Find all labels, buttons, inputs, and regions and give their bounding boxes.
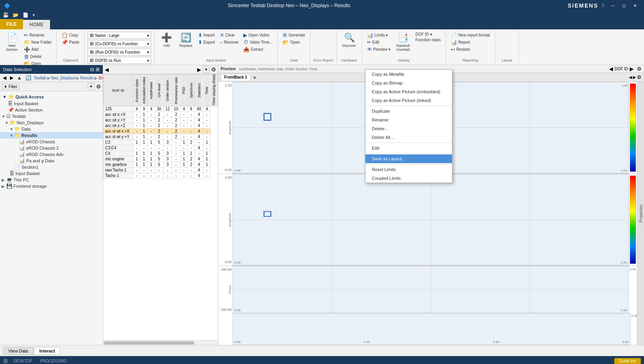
ctx-save-as-layout[interactable]: Save as Layout... [365,154,452,163]
expand-icon[interactable]: ⊞ [96,67,100,72]
views-dropdown-3[interactable]: ⊞ (Run-DOFID) vs Function ▾ [88,48,151,56]
generate-button[interactable]: ⚙Generate [281,32,307,39]
minimize-button[interactable]: ─ [607,2,618,10]
restore-button[interactable]: ◻ [619,2,629,10]
table-row[interactable]: C4 1 1 1 5 3 - 1 2 - 1 [104,151,218,156]
ctx-delete-all[interactable]: Delete All... [365,133,452,142]
nav-up[interactable]: ▲ [16,75,23,81]
tree-active-section[interactable]: 📌 Active Section [0,107,103,113]
chart-tab-add[interactable]: + [252,74,258,81]
tree-section1[interactable]: 📄 Section1 [0,164,103,170]
tree-erod-chassis[interactable]: 📊 eROD Chassis [0,139,103,145]
views-dropdown-2[interactable]: ⊞ (Cx-DOFID) vs Function ▾ [88,40,151,47]
video-time-button[interactable]: ⏱Video Time... [242,39,274,46]
stacked-overlaid-button[interactable]: 📑 Stacked/Overlaid [394,32,412,52]
import-button[interactable]: ⬇Import [196,32,217,39]
data-grid[interactable]: DOF ID Function class Articulation index… [103,74,218,340]
new-report-button[interactable]: 📄New report format [449,32,492,39]
add-button[interactable]: ➕Add [22,46,53,53]
ctx-copy-bitmap[interactable]: Copy as Bitmap [365,79,452,87]
tab-interact[interactable]: Interact [34,347,60,355]
ctx-edit[interactable]: Edit [365,144,452,152]
export-button[interactable]: ⬆Export [196,39,217,46]
ctx-duplicate[interactable]: Duplicate [365,107,452,116]
table-row[interactable]: acc sit x:+X - 1 - 2 - 2 - - 4 - [104,112,218,117]
open-video-button[interactable]: ▶Open Video [242,32,274,39]
dof-id-display-button[interactable]: DOF ID ▾ [414,32,442,37]
edit-display-button[interactable]: ✏Edit [365,39,392,46]
table-row[interactable]: acc sit y:+Y - 1 - 2 - 2 - - 4 - [104,117,218,123]
new-folder-button[interactable]: 📁New Folder [22,39,53,46]
tree-data[interactable]: ▼ 📁 Data [0,126,103,132]
ctx-copy-active-embedded[interactable]: Copy as Active Picture (embedded) [365,87,452,96]
bc-neo-displays[interactable]: Neo_Displays [51,76,76,80]
chart-bottom-row[interactable]: 0.00 1.00 1.00 0.00 [233,313,631,345]
tree-neo-displays[interactable]: ▼ 📁 Neo_Displays [0,119,103,126]
table-row[interactable]: acc st wl y:+Y - 1 - 2 - 2 - - 4 - [104,134,218,140]
tree-pa-g-data[interactable]: 📊 Pa and g Data [0,158,103,164]
table-row[interactable]: mic gearbox 1 1 1 5 3 - 1 2 4 1 [104,162,218,168]
extract-button[interactable]: 📤Extract [242,46,274,53]
rename-button[interactable]: ✏Rename [22,32,53,39]
open-data-button[interactable]: 📂Open [281,39,307,46]
chart-plot-phase[interactable]: 0.00 1.00 [233,266,629,313]
paste-button[interactable]: 📌Paste [60,39,81,46]
chart-nav-left[interactable]: ◀ [609,66,613,72]
bc-testlab[interactable]: Testlab [34,76,46,80]
table-row[interactable]: C3;C4 - - - - - - - - 4 - [104,145,218,151]
tree-frontend-storage[interactable]: ▶ 💾 Frontend storage [0,183,103,189]
replace-button[interactable]: 🔄 Replace [177,32,195,48]
limits-button[interactable]: 📊Limits ▾ [365,32,392,39]
copy-button[interactable]: 📋Copy [60,32,81,39]
tab-file[interactable]: FILE [0,19,23,29]
chart-nav-right[interactable]: ▶ [630,66,634,72]
ctx-coupled-limits[interactable]: Coupled Limits [365,174,452,183]
chart-tab-settings[interactable]: ⚙ [637,74,642,80]
help-icon[interactable]: ? [602,3,604,9]
open-quick-icon[interactable]: 📂 [12,12,20,18]
remove-button[interactable]: –Remove [218,39,240,46]
close-button[interactable]: ✕ [630,2,640,10]
table-row[interactable]: Tacho 1 - - - - - - - - 4 - [104,173,218,179]
tree-input-basket-main[interactable]: 🗄 Input Basket [0,170,103,177]
chart-plot-bottom[interactable]: 0.00 1.00 [233,174,629,266]
tree-results[interactable]: ▼ 📁 Results [0,132,103,139]
nav-forward[interactable]: ▶ [9,75,15,81]
table-row-highlighted[interactable]: acc st wl x:+X - 1 - 2 - 2 - - 4 - [104,129,218,134]
ctx-reset-limits[interactable]: Reset Limits [365,165,452,174]
new-quick-icon[interactable]: 📄 [21,12,30,18]
quick-access-expand[interactable]: ▼ [2,94,7,99]
ctx-copy-metafile[interactable]: Copy as Metafile [365,70,452,79]
tree-add-button[interactable]: + [88,83,94,90]
app-processing[interactable]: PROCESSING [38,358,69,364]
tree-erod-chassis-adv[interactable]: 📊 eROD Chassis Adv [0,151,103,158]
tree-erod-chassis-2[interactable]: 📊 eROD Chassis 2 [0,145,103,151]
collapse-icon[interactable]: ⊟ [90,67,94,72]
tab-home[interactable]: HOME [23,19,50,29]
filter-button[interactable]: ▼ Filter [2,84,19,90]
guide-me-button[interactable]: Guide me [614,358,641,364]
ctx-rename[interactable]: Rename [365,116,452,124]
preview-button[interactable]: 👁Preview ▾ [365,46,392,53]
more-quick-icon[interactable]: ▾ [31,12,36,18]
ctx-copy-active-linked[interactable]: Copy as Active Picture (linked) [365,96,452,105]
table-row[interactable]: 125 4 9 4 30 12 10 4 8 40 4 [104,106,218,112]
table-row[interactable]: mic engine 1 1 1 5 3 - 1 2 4 1 [104,156,218,162]
chart-nav-prev[interactable]: ◀ [629,75,632,79]
chart-nav-next[interactable]: ▶ [633,75,636,79]
clear-button[interactable]: ✕Clear [218,32,240,39]
tree-this-pc[interactable]: ▶ 💻 This PC [0,177,103,183]
restore-button[interactable]: ↩Restore [449,46,492,53]
table-row[interactable]: raw:Tacho 1 - - - - - - - - 4 - [104,168,218,173]
tree-input-basket[interactable]: 🗄 Input Basket [0,100,103,107]
nav-back[interactable]: ◀ [2,75,8,81]
new-section-button[interactable]: 📄 NewSection [3,32,21,52]
delete-button[interactable]: 🗑Delete [22,53,53,60]
bc-results[interactable]: Results [80,76,93,80]
tab-view-data[interactable]: View Data [3,347,33,355]
expand-panel-icon[interactable]: ▶ [197,67,201,73]
views-dropdown-4[interactable]: ⊞ DOFID vs Run ▾ [88,57,151,64]
function-class-button[interactable]: Function class [414,37,442,42]
nav-refresh[interactable]: 🔄 [24,75,33,81]
ctx-delete[interactable]: Delete... [365,124,452,133]
